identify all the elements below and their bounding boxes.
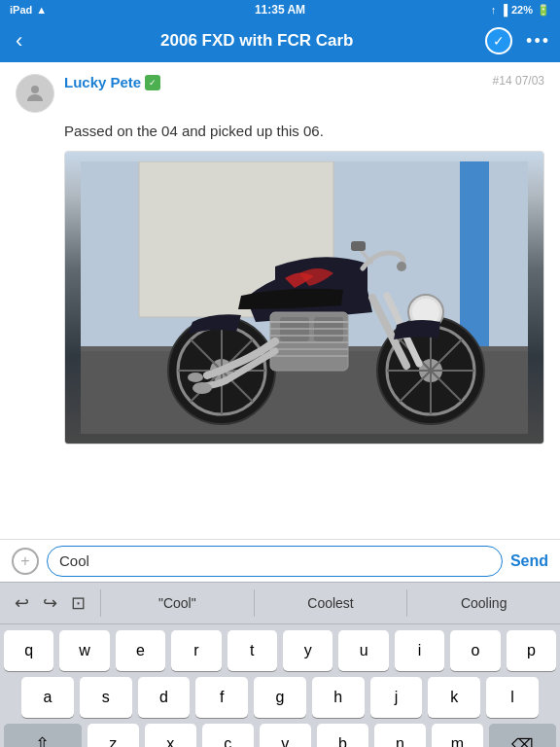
key-m[interactable]: m [432,724,483,747]
status-right: ↑ ▐ 22% 🔋 [491,4,550,17]
status-bar: iPad ▲ 11:35 AM ↑ ▐ 22% 🔋 [0,0,560,19]
keyboard: q w e r t y u i o p a s d f g h j k l ⇧ … [0,624,560,747]
delete-icon: ⌫ [511,735,534,748]
back-button[interactable]: ‹ [10,28,28,53]
motorcycle-image [65,152,543,444]
key-h[interactable]: h [312,677,365,718]
reply-input[interactable] [47,546,503,577]
battery-icon: 🔋 [537,4,550,17]
post-meta: Lucky Pete ✓ [64,74,483,90]
post-image [64,151,544,445]
key-x[interactable]: x [145,724,196,747]
key-q[interactable]: q [4,630,53,671]
key-r[interactable]: r [171,630,221,671]
wifi-icon: ▲ [36,4,47,16]
key-i[interactable]: i [395,630,444,671]
add-attachment-button[interactable]: + [12,548,39,575]
key-g[interactable]: g [254,677,306,718]
undo-button[interactable]: ↩ [10,588,34,618]
status-time: 11:35 AM [255,3,305,17]
add-icon: + [20,552,29,570]
check-button[interactable]: ✓ [485,27,512,54]
send-button[interactable]: Send [510,552,548,570]
autocomplete-tools: ↩ ↪ ⊡ [0,588,100,618]
key-y[interactable]: y [283,630,332,671]
keyboard-row-3: ⇧ z x c v b n m ⌫ [0,718,560,747]
suggestion-0[interactable]: "Cool" [101,589,255,617]
svg-point-33 [188,373,203,382]
reply-box: + Send [0,539,560,582]
key-d[interactable]: d [138,677,191,718]
key-b[interactable]: b [317,724,368,747]
battery-label: 22% [511,4,533,16]
key-l[interactable]: l [486,677,539,718]
shift-icon: ⇧ [35,733,50,747]
key-p[interactable]: p [507,630,556,671]
status-left: iPad ▲ [10,4,47,16]
key-w[interactable]: w [59,630,109,671]
avatar [16,74,54,113]
post-header: Lucky Pete ✓ #14 07/03 [16,74,544,113]
suggestion-1[interactable]: Coolest [255,589,408,617]
svg-point-0 [31,86,39,93]
check-icon: ✓ [493,33,505,49]
post-date: 07/03 [515,74,544,88]
key-s[interactable]: s [80,677,132,718]
delete-button[interactable]: ⌫ [489,724,556,747]
signal-bars: ▐ [500,4,508,16]
post-text: Passed on the 04 and picked up this 06. [16,123,544,139]
carrier-label: iPad [10,4,32,16]
key-v[interactable]: v [260,724,311,747]
more-button[interactable]: ••• [526,31,550,52]
key-t[interactable]: t [228,630,277,671]
post-image-inner [65,152,543,444]
key-u[interactable]: u [338,630,388,671]
key-j[interactable]: j [370,677,423,718]
nav-bar: ‹ 2006 FXD with FCR Carb ✓ ••• [0,19,560,62]
key-a[interactable]: a [21,677,74,718]
author-badge: ✓ [145,75,160,90]
svg-rect-40 [351,241,366,251]
key-z[interactable]: z [88,724,139,747]
key-c[interactable]: c [202,724,254,747]
svg-point-36 [397,262,406,271]
key-o[interactable]: o [450,630,500,671]
post-author[interactable]: Lucky Pete [64,74,141,90]
keyboard-row-1: q w e r t y u i o p [0,624,560,671]
key-n[interactable]: n [374,724,426,747]
author-row: Lucky Pete ✓ [64,74,483,90]
nav-actions: ✓ ••• [485,27,550,54]
key-f[interactable]: f [195,677,248,718]
signal-icon: ↑ [491,4,497,16]
key-e[interactable]: e [116,630,165,671]
post-header-right: #14 07/03 [493,74,544,88]
redo-button[interactable]: ↪ [38,588,62,618]
autocomplete-suggestions: "Cool" Coolest Cooling [100,589,560,617]
autocomplete-bar: ↩ ↪ ⊡ "Cool" Coolest Cooling [0,582,560,624]
svg-point-32 [192,382,212,394]
suggestion-2[interactable]: Cooling [407,589,560,617]
shift-button[interactable]: ⇧ [4,724,82,747]
key-k[interactable]: k [428,677,480,718]
keyboard-row-2: a s d f g h j k l [0,671,560,718]
content-area: Lucky Pete ✓ #14 07/03 Passed on the 04 … [0,62,560,539]
nav-title: 2006 FXD with FCR Carb [28,31,485,51]
post-id: #14 [493,74,512,88]
paste-button[interactable]: ⊡ [66,588,90,618]
